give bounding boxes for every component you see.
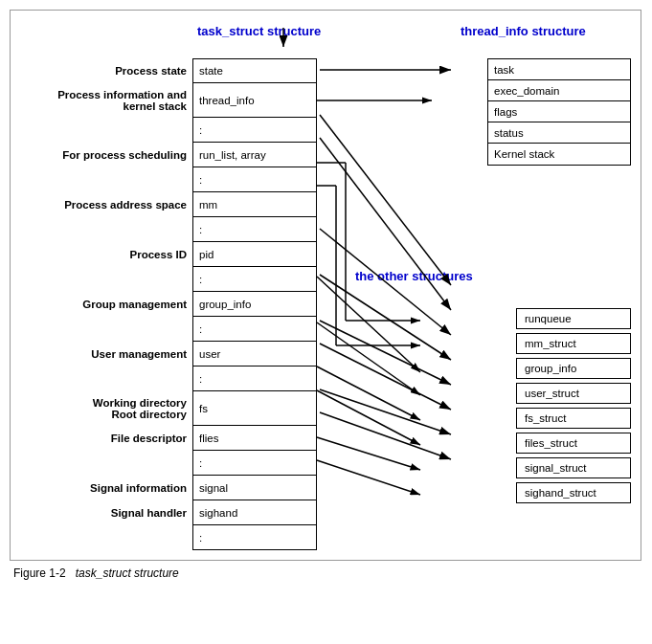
ts-field-signal: signal	[192, 476, 317, 500]
ts-field-colon-2: :	[192, 167, 317, 192]
label-signal-info: Signal information	[20, 476, 192, 500]
main-layout: Process state Process information and ke…	[20, 58, 631, 550]
ts-field-thread-info: thread_info	[192, 83, 317, 118]
svg-line-24	[317, 460, 420, 495]
thread-info-title: thread_info structure	[461, 24, 586, 38]
label-file-descriptor: File descriptor	[20, 426, 192, 451]
thread-info-box: task exec_domain flags status Kernel sta…	[487, 58, 631, 166]
other-struct-signal-struct: signal_struct	[516, 457, 631, 478]
diagram-container: task_struct structure thread_info struct…	[10, 10, 641, 561]
ts-field-colon-3: :	[192, 217, 317, 242]
ts-field-colon-7: :	[192, 451, 317, 476]
label-colon-7	[20, 451, 192, 476]
svg-line-19	[317, 277, 420, 372]
label-colon-1	[20, 118, 192, 143]
label-scheduling: For process scheduling	[20, 143, 192, 167]
caption: Figure 1-2 task_struct structure	[10, 566, 179, 580]
ts-field-sighand: sighand	[192, 500, 317, 525]
ti-field-status: status	[488, 122, 630, 144]
labels-column: Process state Process information and ke…	[20, 58, 192, 550]
label-colon-6	[20, 366, 192, 391]
label-working-dir: Working directory Root directory	[20, 391, 192, 426]
other-struct-group-info: group_info	[516, 358, 631, 379]
ts-field-colon-8: :	[192, 525, 317, 550]
other-struct-runqueue: runqueue	[516, 308, 631, 329]
ts-field-colon-4: :	[192, 267, 317, 292]
other-structures-title: the other structures	[355, 269, 473, 283]
other-struct-files-struct: files_struct	[516, 433, 631, 454]
ts-field-colon-6: :	[192, 366, 317, 391]
label-process-state: Process state	[20, 58, 192, 83]
other-struct-mm-struct: mm_struct	[516, 333, 631, 354]
other-struct-fs-struct: fs_struct	[516, 408, 631, 429]
header-area: task_struct structure thread_info struct…	[20, 20, 631, 58]
label-user-mgmt: User management	[20, 342, 192, 366]
label-group-mgmt: Group management	[20, 292, 192, 317]
ti-field-exec-domain: exec_domain	[488, 80, 630, 101]
task-struct-column: state thread_info : run_list, array : mm…	[192, 58, 317, 550]
label-colon-3	[20, 217, 192, 242]
ts-field-pid: pid	[192, 242, 317, 267]
ti-field-task: task	[488, 59, 630, 80]
label-colon-5	[20, 317, 192, 342]
ts-field-run-list: run_list, array	[192, 143, 317, 167]
right-area: the other structures task exec_domain fl…	[326, 58, 631, 537]
ts-field-mm: mm	[192, 192, 317, 217]
ti-field-kernel-stack: Kernel stack	[488, 144, 630, 165]
ts-field-fs: fs	[192, 391, 317, 426]
ts-field-flies: flies	[192, 426, 317, 451]
label-address-space: Process address space	[20, 192, 192, 217]
label-process-info: Process information and kernel stack	[20, 83, 192, 118]
label-signal-handler: Signal handler	[20, 500, 192, 525]
svg-line-21	[317, 366, 420, 420]
label-colon-8	[20, 525, 192, 550]
label-colon-4	[20, 267, 192, 292]
other-struct-user-struct: user_struct	[516, 383, 631, 404]
label-process-id: Process ID	[20, 242, 192, 267]
ts-field-state: state	[192, 58, 317, 83]
svg-line-20	[317, 322, 420, 395]
svg-line-23	[317, 437, 420, 470]
ts-field-user: user	[192, 342, 317, 366]
ts-field-colon-5: :	[192, 317, 317, 342]
caption-text: task_struct structure	[76, 566, 179, 580]
svg-line-22	[317, 390, 420, 445]
ts-field-group-info: group_info	[192, 292, 317, 317]
label-colon-2	[20, 167, 192, 192]
task-struct-title: task_struct structure	[197, 24, 321, 38]
ts-field-colon-1: :	[192, 118, 317, 143]
other-struct-sighand-struct: sighand_struct	[516, 482, 631, 503]
ti-field-flags: flags	[488, 101, 630, 122]
